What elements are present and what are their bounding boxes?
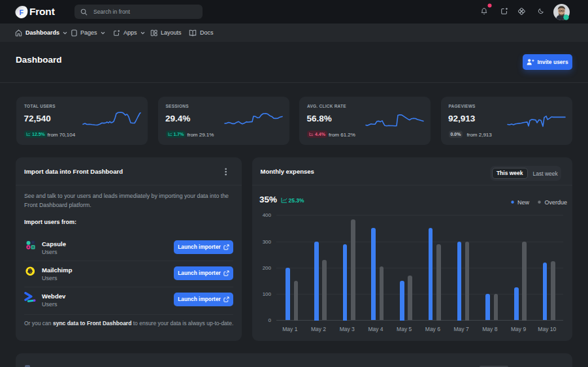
- svg-text:F: F: [20, 8, 24, 16]
